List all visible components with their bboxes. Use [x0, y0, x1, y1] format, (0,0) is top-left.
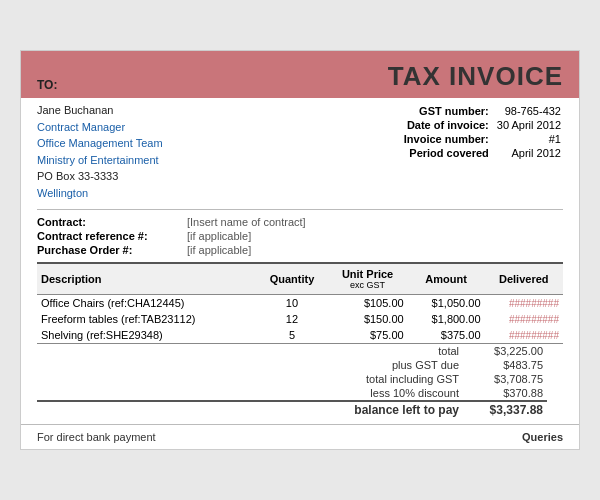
discount-label: less 10% discount: [37, 386, 467, 401]
total-label: total: [37, 344, 467, 358]
table-row: Freeform tables (ref:TAB23112) 12 $150.0…: [37, 311, 563, 327]
totals-section: total $3,225.00 plus GST due $483.75 tot…: [37, 344, 563, 418]
item-qty: 12: [256, 311, 327, 327]
invoice-container: TO: TAX INVOICE Jane Buchanan Contract M…: [20, 50, 580, 450]
table-row: Shelving (ref:SHE29348) 5 $75.00 $375.00…: [37, 327, 563, 344]
item-unit-price: $75.00: [327, 327, 407, 344]
recipient-name: Jane Buchanan: [37, 102, 300, 119]
discount-value: $370.88: [467, 386, 547, 401]
gst-value: 98-765-432: [495, 104, 563, 118]
to-label: TO:: [37, 78, 57, 92]
total-value: $3,225.00: [467, 344, 547, 358]
contract-ref-value: [if applicable]: [187, 230, 251, 242]
recipient-org: Ministry of Entertainment: [37, 152, 300, 169]
payment-text: For direct bank payment: [37, 431, 156, 443]
col-quantity: Quantity: [256, 263, 327, 295]
contract-label: Contract:: [37, 216, 187, 228]
item-unit-price: $105.00: [327, 295, 407, 312]
po-value: [if applicable]: [187, 244, 251, 256]
item-qty: 10: [256, 295, 327, 312]
item-amount: $375.00: [408, 327, 485, 344]
item-desc: Shelving (ref:SHE29348): [37, 327, 256, 344]
recipient-role: Contract Manager: [37, 119, 300, 136]
invoice-number-value: #1: [495, 132, 563, 146]
item-desc: Freeform tables (ref:TAB23112): [37, 311, 256, 327]
period-label: Period covered: [402, 146, 495, 160]
invoice-number-label: Invoice number:: [402, 132, 495, 146]
item-delivered: #########: [485, 327, 563, 344]
recipient-address: Jane Buchanan Contract Manager Office Ma…: [37, 102, 300, 201]
item-amount: $1,050.00: [408, 295, 485, 312]
recipient-pobox: PO Box 33-3333: [37, 168, 300, 185]
col-amount: Amount: [408, 263, 485, 295]
balance-value: $3,337.88: [467, 401, 547, 418]
recipient-city: Wellington: [37, 185, 300, 202]
invoice-meta: GST number: 98-765-432 Date of invoice: …: [300, 102, 563, 201]
col-unit-price: Unit Price exc GST: [327, 263, 407, 295]
contract-section: Contract: [Insert name of contract] Cont…: [37, 209, 563, 256]
gst-due-value: $483.75: [467, 358, 547, 372]
po-row: Purchase Order #: [if applicable]: [37, 244, 563, 256]
balance-label: balance left to pay: [37, 401, 467, 418]
item-delivered: #########: [485, 295, 563, 312]
period-value: April 2012: [495, 146, 563, 160]
recipient-team: Office Management Team: [37, 135, 300, 152]
totals-table: total $3,225.00 plus GST due $483.75 tot…: [37, 344, 547, 418]
item-desc: Office Chairs (ref:CHA12445): [37, 295, 256, 312]
table-row: Office Chairs (ref:CHA12445) 10 $105.00 …: [37, 295, 563, 312]
contract-row: Contract: [Insert name of contract]: [37, 216, 563, 228]
date-value: 30 April 2012: [495, 118, 563, 132]
incl-gst-label: total including GST: [37, 372, 467, 386]
items-table: Description Quantity Unit Price exc GST …: [37, 262, 563, 344]
incl-gst-value: $3,708.75: [467, 372, 547, 386]
contract-ref-row: Contract reference #: [if applicable]: [37, 230, 563, 242]
invoice-body: Jane Buchanan Contract Manager Office Ma…: [21, 98, 579, 418]
invoice-footer: For direct bank payment Queries: [21, 424, 579, 449]
gst-due-label: plus GST due: [37, 358, 467, 372]
po-label: Purchase Order #:: [37, 244, 187, 256]
gst-label: GST number:: [402, 104, 495, 118]
contract-ref-label: Contract reference #:: [37, 230, 187, 242]
item-unit-price: $150.00: [327, 311, 407, 327]
date-label: Date of invoice:: [402, 118, 495, 132]
meta-table: GST number: 98-765-432 Date of invoice: …: [402, 104, 563, 160]
col-description: Description: [37, 263, 256, 295]
contract-value: [Insert name of contract]: [187, 216, 306, 228]
item-amount: $1,800.00: [408, 311, 485, 327]
invoice-title: TAX INVOICE: [388, 61, 563, 92]
top-info-section: Jane Buchanan Contract Manager Office Ma…: [37, 102, 563, 201]
invoice-header: TO: TAX INVOICE: [21, 51, 579, 98]
col-delivered: Delivered: [485, 263, 563, 295]
item-delivered: #########: [485, 311, 563, 327]
item-qty: 5: [256, 327, 327, 344]
queries-text: Queries: [522, 431, 563, 443]
